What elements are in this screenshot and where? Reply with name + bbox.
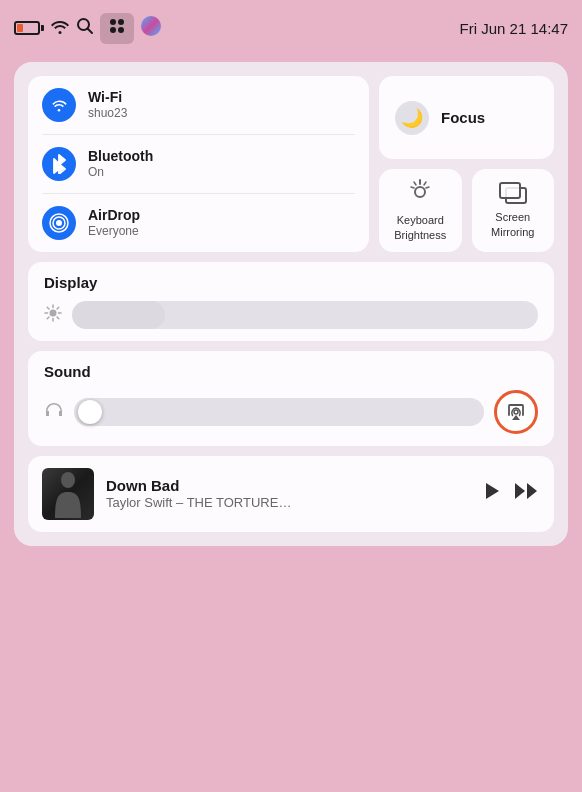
network-tile: Wi-Fi shuo23 Bluetooth On: [28, 76, 369, 252]
bluetooth-name: Bluetooth: [88, 148, 153, 165]
screen-mirroring-tile[interactable]: ScreenMirroring: [472, 169, 555, 252]
display-slider-row: [44, 301, 538, 329]
siri-icon[interactable]: [140, 15, 162, 42]
svg-line-22: [57, 317, 59, 319]
display-title: Display: [44, 274, 538, 291]
svg-line-13: [411, 187, 414, 188]
screen-front: [499, 182, 521, 199]
bluetooth-item[interactable]: Bluetooth On: [42, 147, 355, 181]
svg-line-12: [424, 182, 426, 185]
battery-icon: [14, 21, 44, 35]
svg-point-15: [415, 187, 425, 197]
wifi-icon[interactable]: [50, 18, 70, 39]
fast-forward-button[interactable]: [514, 480, 540, 508]
wifi-network-icon: [42, 88, 76, 122]
screen-mirroring-label: ScreenMirroring: [491, 210, 534, 239]
focus-tile[interactable]: 🌙 Focus: [379, 76, 554, 159]
svg-point-25: [514, 410, 518, 414]
sound-section: Sound: [28, 351, 554, 446]
wifi-sub: shuo23: [88, 106, 127, 120]
screen-mirroring-icon: [499, 182, 527, 204]
divider-2: [42, 193, 355, 194]
wifi-item[interactable]: Wi-Fi shuo23: [42, 88, 355, 122]
svg-point-16: [50, 310, 57, 317]
wifi-name: Wi-Fi: [88, 89, 127, 106]
svg-line-14: [426, 187, 429, 188]
airdrop-name: AirDrop: [88, 207, 140, 224]
svg-point-7: [56, 220, 62, 226]
sound-title: Sound: [44, 363, 538, 380]
focus-icon: 🌙: [395, 101, 429, 135]
svg-marker-28: [515, 483, 525, 499]
display-section: Display: [28, 262, 554, 341]
svg-point-2: [110, 19, 116, 25]
brightness-icon: [44, 304, 62, 326]
svg-point-6: [141, 16, 161, 36]
svg-line-21: [47, 307, 49, 309]
play-button[interactable]: [480, 480, 502, 508]
battery-body: [14, 21, 40, 35]
display-slider-track[interactable]: [72, 301, 538, 329]
now-playing-section: Down Bad Taylor Swift – THE TORTURE…: [28, 456, 554, 532]
menubar: Fri Jun 21 14:47: [0, 0, 582, 56]
control-center-panel: Wi-Fi shuo23 Bluetooth On: [14, 62, 568, 546]
right-column: 🌙 Focus: [379, 76, 554, 252]
svg-marker-27: [486, 483, 499, 499]
battery-fill: [17, 24, 23, 32]
now-playing-text: Down Bad Taylor Swift – THE TORTURE…: [106, 476, 468, 512]
airplay-button[interactable]: [494, 390, 538, 434]
svg-line-24: [57, 307, 59, 309]
airdrop-icon: [42, 206, 76, 240]
focus-label: Focus: [441, 109, 485, 126]
sound-slider-knob: [78, 400, 102, 424]
album-placeholder: [42, 468, 94, 520]
svg-point-4: [110, 27, 116, 33]
svg-line-23: [47, 317, 49, 319]
sound-slider-track[interactable]: [74, 398, 484, 426]
airdrop-item[interactable]: AirDrop Everyone: [42, 206, 355, 240]
svg-point-3: [118, 19, 124, 25]
battery-tip: [41, 25, 44, 31]
bluetooth-sub: On: [88, 165, 153, 179]
menubar-left: [14, 13, 162, 44]
playback-controls: [480, 480, 540, 508]
track-artist: Taylor Swift – THE TORTURE…: [106, 495, 468, 512]
display-slider-fill: [72, 301, 165, 329]
top-row: Wi-Fi shuo23 Bluetooth On: [28, 76, 554, 252]
control-center-icon[interactable]: [100, 13, 134, 44]
menubar-datetime: Fri Jun 21 14:47: [460, 20, 568, 37]
track-title: Down Bad: [106, 476, 468, 496]
headphone-icon: [44, 401, 64, 423]
airdrop-text: AirDrop Everyone: [88, 207, 140, 238]
svg-point-5: [118, 27, 124, 33]
search-icon[interactable]: [76, 17, 94, 40]
svg-point-26: [61, 472, 75, 488]
svg-marker-29: [527, 483, 537, 499]
sound-slider-row: [44, 390, 538, 434]
keyboard-brightness-label: KeyboardBrightness: [394, 213, 446, 242]
svg-line-11: [414, 182, 416, 185]
bluetooth-text: Bluetooth On: [88, 148, 153, 179]
album-art: [42, 468, 94, 520]
wifi-text: Wi-Fi shuo23: [88, 89, 127, 120]
bottom-icons-row: KeyboardBrightness ScreenMirroring: [379, 169, 554, 252]
svg-line-1: [88, 28, 93, 33]
airdrop-sub: Everyone: [88, 224, 140, 238]
bluetooth-icon: [42, 147, 76, 181]
menubar-right: Fri Jun 21 14:47: [460, 20, 568, 37]
divider-1: [42, 134, 355, 135]
keyboard-brightness-icon: [406, 179, 434, 207]
keyboard-brightness-tile[interactable]: KeyboardBrightness: [379, 169, 462, 252]
